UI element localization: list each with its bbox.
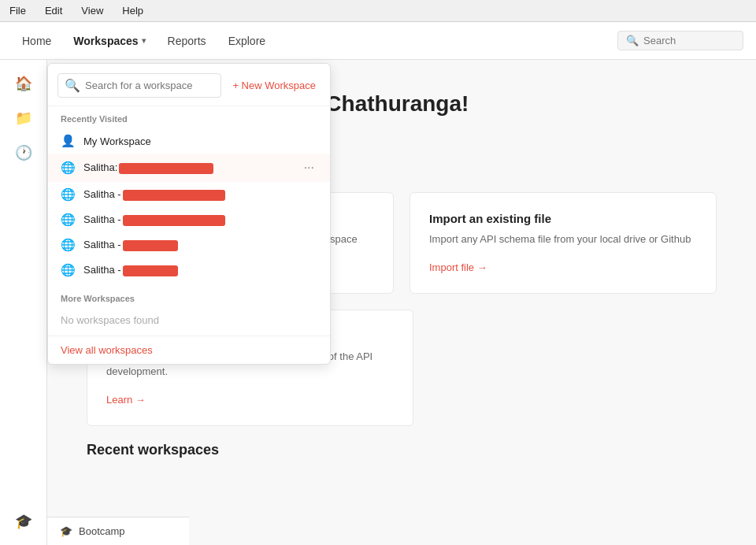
workspace-search-box[interactable]: 🔍 [57,73,221,98]
sidebar-home-icon[interactable]: 🏠 [9,69,38,98]
my-workspace-name: My Workspace [83,135,317,147]
workspace-name-2: Salitha - [83,213,317,226]
workspace-item-4[interactable]: 🌐 Salitha - [48,258,330,283]
more-workspaces-label: More Workspaces [48,286,330,308]
nav-search-input[interactable] [643,35,735,46]
workspace-item-2[interactable]: 🌐 Salitha - [48,207,330,232]
bootcamp-label: Bootcamp [79,525,125,537]
workspace-item-0[interactable]: 🌐 Salitha: ··· [48,154,330,182]
menu-view[interactable]: View [78,3,106,18]
workspaces-label: Workspaces [73,35,138,47]
card2-title: Import an existing file [429,212,697,225]
chevron-down-icon: ▾ [142,36,146,45]
workspace-item-3[interactable]: 🌐 Salitha - [48,232,330,258]
nav-explore[interactable]: Explore [219,30,275,52]
sidebar: 🏠 📁 🕐 🎓 [0,60,47,545]
globe-icon: 🌐 [61,263,76,277]
bootcamp-icon: 🎓 [60,525,72,537]
workspace-dropdown: 🔍 + New Workspace Recently Visited 👤 My … [47,63,331,365]
learn-link[interactable]: Learn → [106,394,146,406]
workspace-name-3: Salitha - [83,239,317,251]
sidebar-history-icon[interactable]: 🕐 [9,139,38,167]
sidebar-bootcamp-icon[interactable]: 🎓 [9,507,38,536]
main-layout: 🏠 📁 🕐 🎓 🔍 + New Workspace Recently Visit… [0,60,756,545]
nav-bar: Home Workspaces ▾ Reports Explore 🔍 [0,22,756,60]
card2-desc: Import any API schema file from your loc… [429,232,697,247]
recent-workspaces-title: Recent workspaces [87,442,717,458]
import-file-card: Import an existing file Import any API s… [410,192,717,294]
menu-help[interactable]: Help [119,3,146,18]
menu-file[interactable]: File [6,3,29,18]
workspace-name-0: Salitha: [83,161,293,174]
import-file-link[interactable]: Import file → [429,261,487,273]
more-options-icon[interactable]: ··· [301,159,317,176]
workspace-item-1[interactable]: 🌐 Salitha - [48,182,330,207]
dropdown-search-row: 🔍 + New Workspace [48,73,330,106]
nav-home[interactable]: Home [13,30,61,52]
search-icon: 🔍 [626,35,639,46]
nav-search-box[interactable]: 🔍 [617,31,743,50]
globe-icon: 🌐 [61,161,76,175]
view-all-workspaces-link[interactable]: View all workspaces [48,336,330,364]
new-workspace-button[interactable]: + New Workspace [228,76,321,95]
globe-icon: 🌐 [61,213,76,227]
person-icon: 👤 [61,134,76,148]
workspace-search-input[interactable] [85,80,214,91]
workspace-name-4: Salitha - [83,264,317,276]
no-workspaces-text: No workspaces found [48,308,330,336]
nav-reports[interactable]: Reports [158,30,216,52]
menu-edit[interactable]: Edit [42,3,65,18]
nav-workspaces[interactable]: Workspaces ▾ [64,30,154,52]
globe-icon: 🌐 [61,238,76,252]
globe-icon: 🌐 [61,187,76,202]
recently-visited-label: Recently Visited [48,106,330,128]
bootcamp-item[interactable]: 🎓 Bootcamp [47,517,189,545]
menu-bar: File Edit View Help [0,0,756,22]
sidebar-workspace-icon[interactable]: 📁 [9,104,38,132]
search-icon: 🔍 [65,78,80,93]
workspace-name-1: Salitha - [83,188,317,201]
workspace-item-my[interactable]: 👤 My Workspace [48,128,330,154]
